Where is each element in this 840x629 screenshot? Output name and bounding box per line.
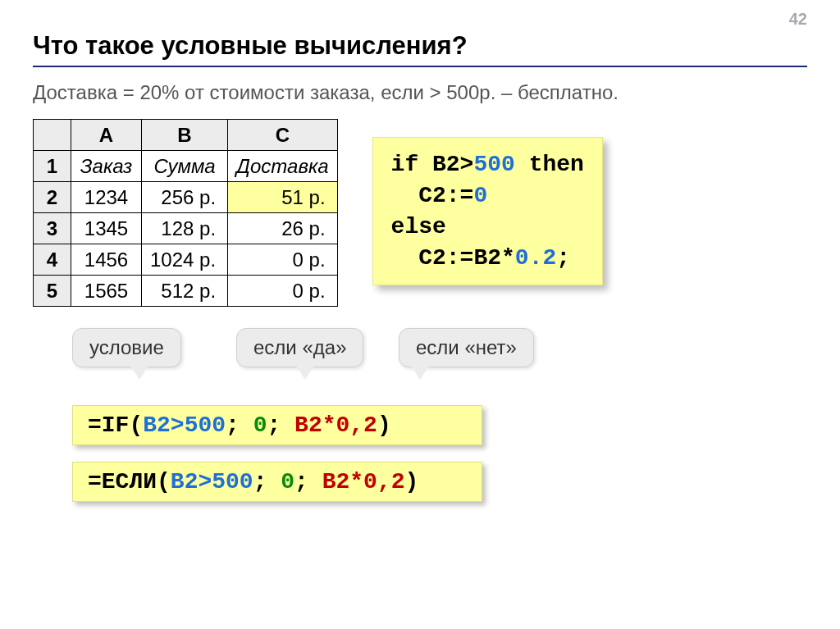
row-head: 4: [34, 244, 71, 276]
corner-cell: [34, 120, 71, 151]
header-c: Доставка: [228, 151, 338, 182]
description-text: Доставка = 20% от стоимости заказа, если…: [33, 77, 807, 107]
formula-if-english: =IF(B2>500; 0; B2*0,2): [72, 405, 482, 445]
cell: 1234: [71, 182, 142, 213]
spreadsheet-table: A B C 1 Заказ Сумма Доставка 2 1234 256 …: [33, 119, 338, 307]
cell-highlighted: 51 р.: [228, 182, 338, 213]
col-b: B: [142, 120, 228, 151]
col-a: A: [71, 120, 142, 151]
cell: 1456: [71, 244, 142, 276]
cell: 1024 р.: [142, 244, 228, 276]
row-head: 2: [34, 182, 71, 213]
callout-row: условие если «да» если «нет»: [72, 328, 807, 405]
row-1-head: 1: [34, 151, 71, 182]
col-c: C: [228, 120, 338, 151]
cell: 26 р.: [228, 213, 338, 244]
cell: 0 р.: [228, 244, 338, 276]
header-a: Заказ: [71, 151, 142, 182]
page-number: 42: [789, 10, 807, 29]
cell: 1565: [71, 276, 142, 307]
callout-condition: условие: [72, 328, 181, 367]
cell: 512 р.: [142, 276, 228, 307]
callout-if-yes: если «да»: [236, 328, 363, 367]
title-divider: [33, 66, 807, 67]
row-head: 3: [34, 213, 71, 244]
header-b: Сумма: [142, 151, 228, 182]
row-head: 5: [34, 276, 71, 307]
cell: 0 р.: [228, 276, 338, 307]
page-title: Что такое условные вычисления?: [33, 31, 807, 61]
callout-if-no: если «нет»: [399, 328, 534, 367]
cell: 1345: [71, 213, 142, 244]
cell: 128 р.: [142, 213, 228, 244]
formula-if-russian: =ЕСЛИ(B2>500; 0; B2*0,2): [72, 462, 482, 502]
pseudocode-box: if B2>500 then C2:=0 else C2:=B2*0.2;: [372, 137, 603, 285]
cell: 256 р.: [142, 182, 228, 213]
